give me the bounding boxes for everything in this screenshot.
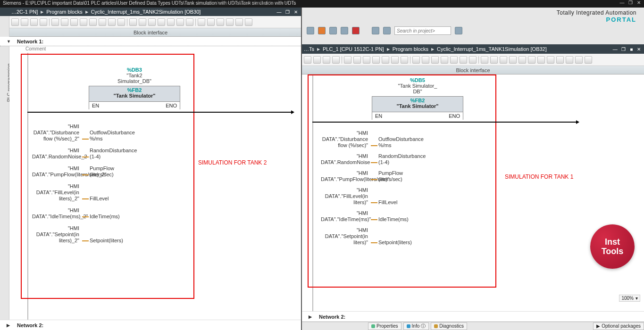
param-row[interactable]: "HMI DATA".RandomNoiseRandomDisturbance …	[321, 153, 425, 165]
breadcrumb-left[interactable]: …2C-1 PN] ▶ Program blocks ▶ Cyclic_Inte…	[0, 8, 301, 16]
window-controls[interactable]: — ❐ ✕	[619, 0, 642, 5]
param-tag[interactable]: "HMI DATA"."FillLevel(in liters)_2"	[32, 183, 82, 202]
toolbar-button[interactable]	[469, 56, 477, 64]
breadcrumb-right[interactable]: …Ts ▶ PLC_1 [CPU 1512C-1 PN] ▶ Program b…	[302, 44, 644, 54]
search-input[interactable]	[394, 26, 451, 35]
toolbar-button[interactable]	[431, 56, 439, 64]
param-tag[interactable]: "HMI DATA"."Disturbance flow (%/sec)_2"	[32, 124, 82, 142]
pane-window-controls[interactable]: — ❐ ✕	[276, 9, 299, 15]
toolbar-button[interactable]	[332, 56, 340, 64]
toolbar-button[interactable]	[99, 18, 106, 26]
toolbar-button[interactable]	[344, 56, 351, 64]
chevron-down-icon[interactable]: ▾	[636, 296, 638, 301]
param-row[interactable]: "HMI DATA"."Disturbance flow (%/sec)"Out…	[321, 130, 425, 148]
toolbar-button[interactable]	[353, 56, 361, 64]
search-go-icon[interactable]	[455, 27, 462, 34]
param-tag[interactable]: "HMI DATA"."PumpFlow(liters/sec)"	[321, 170, 371, 182]
network-1-header[interactable]: Network 1:	[0, 37, 301, 46]
crumb-part[interactable]: …Ts	[304, 46, 314, 52]
toolbar-button[interactable]	[217, 18, 224, 26]
toolbar-button[interactable]	[441, 56, 448, 64]
param-tag[interactable]: "HMI DATA"."FillLevel(in liters)"	[321, 187, 371, 206]
toolbar-icon[interactable]	[307, 27, 314, 34]
param-tag[interactable]: "HMI DATA".RandomNoise	[321, 153, 371, 165]
toolbar-button[interactable]	[490, 56, 498, 64]
tab-optional-packages[interactable]: ▶ Optional packages	[593, 322, 644, 330]
toolbar-button[interactable]	[167, 18, 175, 26]
fb-call-block[interactable]: %DB5 "Tank Simulator_ DB" %FB2 "Tank Sim…	[372, 77, 463, 120]
toolbar-button[interactable]	[323, 56, 330, 64]
toolbar-button[interactable]	[372, 56, 380, 64]
toolbar-button[interactable]	[537, 56, 545, 64]
split-horizontal-icon[interactable]	[372, 27, 379, 34]
block-interface-bar[interactable]: Block interface	[302, 66, 644, 74]
tab-properties[interactable]: Properties	[368, 322, 401, 330]
tab-info[interactable]: Info ⓘ	[403, 322, 429, 330]
param-row[interactable]: "HMI DATA"."Setpoint(in liters)"Setpoint…	[321, 227, 425, 246]
toolbar-button[interactable]	[89, 18, 97, 26]
toolbar-button[interactable]	[158, 18, 165, 26]
toolbar-button[interactable]	[176, 18, 184, 26]
network-2-header-left[interactable]: Network 2:	[0, 320, 301, 330]
fb-call-block[interactable]: %DB3 "Tank2 Simulator_DB" %FB2 "Tank Sim…	[89, 67, 180, 109]
toolbar-button[interactable]	[391, 56, 399, 64]
toolbar-button[interactable]	[117, 18, 125, 26]
comment-line[interactable]: Comment	[0, 46, 301, 53]
param-row[interactable]: "HMI DATA".RandomNoise_2RandomDisturbanc…	[32, 148, 136, 160]
toolbar-button[interactable]	[528, 56, 535, 64]
toolbar-button[interactable]	[207, 18, 215, 26]
param-row[interactable]: "HMI DATA"."IdleTime(ms)"IdleTime(ms)	[321, 210, 425, 223]
toolbar-button[interactable]	[235, 18, 243, 26]
toolbar-button[interactable]	[186, 18, 193, 26]
crumb-part[interactable]: …2C-1 PN]	[11, 9, 38, 15]
param-row[interactable]: "HMI DATA"."PumpFlow(liters/sec)_2"PumpF…	[32, 165, 136, 178]
toolbar-button[interactable]	[575, 56, 583, 64]
param-row[interactable]: "HMI DATA"."IdleTime(ms)_2"IdleTime(ms)	[32, 207, 136, 220]
crumb-part[interactable]: Cyclic_Interrupt_1ms_TANK2Simulation [OB…	[91, 9, 201, 15]
toolbar-button[interactable]	[198, 18, 205, 26]
param-row[interactable]: "HMI DATA"."FillLevel(in liters)"FillLev…	[321, 187, 425, 206]
toolbar-button[interactable]	[30, 18, 38, 26]
param-row[interactable]: "HMI DATA"."Setpoint(in liters)_2"Setpoi…	[32, 225, 136, 244]
param-tag[interactable]: "HMI DATA"."Setpoint(in liters)"	[321, 227, 371, 246]
toolbar-button[interactable]	[500, 56, 507, 64]
toolbar-button[interactable]	[51, 18, 59, 26]
toolbar-button[interactable]	[450, 56, 458, 64]
toolbar-button[interactable]	[585, 56, 592, 64]
param-tag[interactable]: "HMI DATA"."IdleTime(ms)"	[321, 210, 371, 223]
param-tag[interactable]: "HMI DATA"."PumpFlow(liters/sec)_2"	[32, 165, 82, 178]
toolbar-icon[interactable]	[341, 27, 348, 34]
network-2-header-right[interactable]: Network 2:	[302, 311, 644, 322]
param-row[interactable]: "HMI DATA"."Disturbance flow (%/sec)_2"O…	[32, 124, 136, 142]
param-tag[interactable]: "HMI DATA"."Setpoint(in liters)_2"	[32, 225, 82, 244]
close-icon[interactable]	[352, 27, 360, 34]
toolbar-button[interactable]	[40, 18, 47, 26]
toolbar-button[interactable]	[80, 18, 87, 26]
toolbar-button[interactable]	[519, 56, 526, 64]
ladder-editor-left[interactable]: SIMULATION FOR TANK 2 %DB3 "Tank2 Simula…	[9, 53, 301, 320]
param-tag[interactable]: "HMI DATA"."IdleTime(ms)_2"	[32, 207, 82, 220]
crumb-part[interactable]: PLC_1 [CPU 1512C-1 PN]	[323, 46, 384, 52]
zoom-control[interactable]: 100% ▾	[619, 295, 640, 302]
toolbar-button[interactable]	[566, 56, 573, 64]
tab-diagnostics[interactable]: Diagnostics	[431, 322, 467, 330]
ladder-editor-right[interactable]: SIMULATION FOR TANK 1 %DB5 "Tank Simulat…	[302, 74, 644, 311]
param-tag[interactable]: "HMI DATA"."Disturbance flow (%/sec)"	[321, 130, 371, 148]
fb-box[interactable]: %FB2 "Tank Simulator"	[372, 96, 463, 112]
toolbar-button[interactable]	[460, 56, 467, 64]
block-interface-bar[interactable]: Block interface	[0, 28, 301, 37]
toolbar-button[interactable]	[422, 56, 429, 64]
fb-box[interactable]: %FB2 "Tank Simulator"	[89, 86, 180, 102]
toolbar-button[interactable]	[304, 56, 311, 64]
toolbar-button[interactable]	[70, 18, 78, 26]
split-vertical-icon[interactable]	[383, 27, 391, 34]
toolbar-button[interactable]	[363, 56, 370, 64]
param-row[interactable]: "HMI DATA"."PumpFlow(liters/sec)"PumpFlo…	[321, 170, 425, 182]
toolbar-button[interactable]	[509, 56, 517, 64]
param-tag[interactable]: "HMI DATA".RandomNoise_2	[32, 148, 82, 160]
toolbar-button[interactable]	[21, 18, 28, 26]
toolbar-button[interactable]	[412, 56, 420, 64]
crumb-part[interactable]: Program blocks	[393, 46, 428, 52]
toolbar-icon[interactable]	[318, 27, 326, 34]
toolbar-icon[interactable]	[329, 27, 337, 34]
